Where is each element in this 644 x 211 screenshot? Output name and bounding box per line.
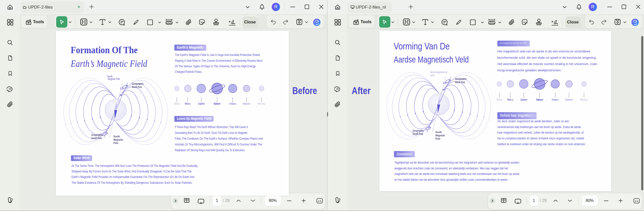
svg-text:Neptune: Neptune bbox=[565, 98, 573, 101]
svg-text:1.5: 1.5 bbox=[120, 87, 124, 90]
svg-text:Mercury: Mercury bbox=[580, 98, 588, 101]
svg-text:1.5: 1.5 bbox=[443, 82, 447, 84]
svg-text:Mercury: Mercury bbox=[258, 102, 265, 105]
svg-text:1:1: 1:1 bbox=[635, 200, 638, 202]
svg-text:Jupiter: Jupiter bbox=[520, 98, 527, 101]
svg-text:Mars: Mars bbox=[185, 102, 191, 105]
svg-text:Saturn: Saturn bbox=[536, 98, 543, 101]
svg-text:Uranus: Uranus bbox=[229, 102, 236, 105]
svg-text:Jupiter: Jupiter bbox=[198, 102, 205, 105]
svg-text:Neptune: Neptune bbox=[243, 102, 250, 105]
svg-text:Uranus: Uranus bbox=[552, 98, 559, 101]
svg-text:Saturn: Saturn bbox=[214, 102, 221, 105]
svg-text:Mars: Mars bbox=[507, 98, 513, 101]
svg-text:1:1: 1:1 bbox=[318, 200, 321, 202]
